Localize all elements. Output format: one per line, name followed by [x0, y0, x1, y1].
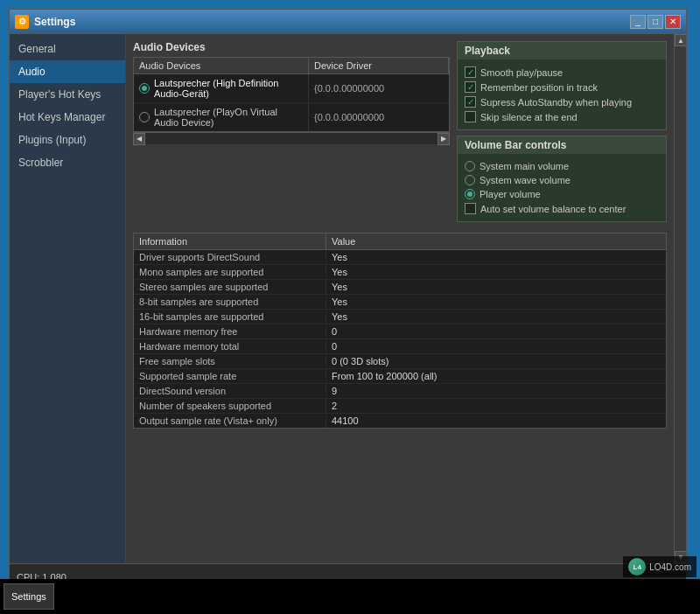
checkbox-supress-standby[interactable]: [465, 96, 476, 108]
titlebar-controls: _ □ ✕: [630, 15, 681, 29]
value-cell-2: Yes: [326, 280, 666, 294]
scroll-thumb[interactable]: [675, 46, 686, 551]
value-cell-1: Yes: [326, 265, 666, 279]
close-button[interactable]: ✕: [665, 15, 681, 29]
info-row-4: 16-bit samples are supported Yes: [134, 310, 666, 324]
playback-option-3[interactable]: Skip silence at the end: [465, 109, 659, 124]
info-row-6: Hardware memory total 0: [134, 339, 666, 354]
checkbox-auto-balance[interactable]: [465, 203, 476, 214]
info-cell-7: Free sample slots: [134, 354, 326, 368]
lo4d-text: LO4D.com: [649, 562, 691, 572]
device-row-2[interactable]: Lautsprecher (PlayOn Virtual Audio Devic…: [134, 103, 449, 131]
checkbox-remember-pos[interactable]: [465, 81, 476, 93]
playback-label-2: Supress AutoStandby when playing: [480, 97, 632, 108]
value-cell-0: Yes: [326, 250, 666, 264]
scroll-left-btn[interactable]: ◀: [133, 133, 145, 145]
sidebar-item-hot-keys-manager[interactable]: Hot Keys Manager: [10, 106, 125, 129]
window-icon: ⚙: [15, 15, 29, 29]
taskbar-item[interactable]: Settings: [4, 583, 54, 610]
info-cell-2: Stereo samples are supported: [134, 280, 326, 294]
playback-label-1: Remember position in track: [480, 82, 598, 93]
titlebar-left: ⚙ Settings: [15, 15, 75, 29]
scroll-track[interactable]: [145, 133, 438, 144]
volume-title: Volume Bar controls: [458, 136, 666, 154]
volume-label-3: Auto set volume balance to center: [480, 204, 626, 214]
info-table-header: Information Value: [134, 234, 666, 250]
volume-label-2: Player volume: [480, 189, 541, 199]
value-cell-10: 2: [326, 399, 666, 413]
info-table: Information Value Driver supports Direct…: [133, 233, 667, 429]
col-info: Information: [134, 234, 326, 249]
radio-device-2[interactable]: [139, 112, 150, 122]
maximize-button[interactable]: □: [648, 15, 663, 29]
top-content-row: Audio Devices Audio Devices Device Drive…: [126, 34, 674, 226]
radio-player-volume[interactable]: [465, 189, 475, 199]
value-cell-4: Yes: [326, 310, 666, 324]
playback-title: Playback: [458, 42, 666, 59]
info-cell-4: 16-bit samples are supported: [134, 310, 326, 324]
info-row-9: DirectSound version 9: [134, 384, 666, 399]
horizontal-scrollbar: ◀ ▶: [133, 132, 450, 144]
info-row-11: Output sample rate (Vista+ only) 44100: [134, 414, 666, 428]
volume-option-0[interactable]: System main volume: [465, 159, 659, 173]
playback-label-3: Skip silence at the end: [480, 112, 578, 122]
devices-table: Audio Devices Device Driver Lautsprecher…: [133, 57, 450, 132]
radio-system-wave[interactable]: [465, 175, 475, 185]
titlebar: ⚙ Settings _ □ ✕: [10, 10, 686, 34]
sidebar: General Audio Player's Hot Keys Hot Keys…: [10, 34, 126, 563]
sidebar-item-plugins-input[interactable]: Plugins (Input): [10, 129, 125, 151]
lo4d-watermark: L4 LO4D.com: [623, 556, 696, 577]
scroll-right-btn[interactable]: ▶: [438, 133, 450, 145]
device-name-1: Lautsprecher (High Definition Audio-Gerä…: [134, 74, 309, 102]
value-cell-9: 9: [326, 384, 666, 398]
value-cell-8: From 100 to 200000 (all): [326, 369, 666, 383]
playback-section: Playback Smooth play/pause Remember posi…: [457, 41, 667, 222]
info-cell-10: Number of speakers supported: [134, 399, 326, 413]
device-driver-2: {0.0.0.00000000: [309, 108, 449, 126]
info-cell-8: Supported sample rate: [134, 369, 326, 383]
checkbox-skip-silence[interactable]: [465, 111, 476, 122]
settings-window: ⚙ Settings _ □ ✕ General Audio Player's …: [9, 9, 687, 590]
playback-option-0[interactable]: Smooth play/pause: [465, 65, 659, 80]
playback-option-1[interactable]: Remember position in track: [465, 80, 659, 94]
radio-system-main[interactable]: [465, 161, 475, 171]
window-title: Settings: [34, 16, 75, 28]
info-cell-6: Hardware memory total: [134, 339, 326, 353]
scroll-up-btn[interactable]: ▲: [675, 34, 686, 46]
sidebar-item-general[interactable]: General: [10, 38, 125, 60]
info-cell-1: Mono samples are supported: [134, 265, 326, 279]
info-row-5: Hardware memory free 0: [134, 324, 666, 339]
info-cell-9: DirectSound version: [134, 384, 326, 398]
checkbox-smooth-play[interactable]: [465, 66, 476, 78]
col-device-driver: Device Driver: [309, 58, 449, 73]
info-cell-5: Hardware memory free: [134, 324, 326, 338]
volume-label-1: System wave volume: [480, 175, 570, 185]
audio-devices-title: Audio Devices: [133, 41, 450, 53]
value-cell-3: Yes: [326, 295, 666, 309]
info-row-2: Stereo samples are supported Yes: [134, 280, 666, 295]
minimize-button[interactable]: _: [630, 15, 646, 29]
volume-option-3[interactable]: Auto set volume balance to center: [465, 201, 659, 216]
volume-section: Volume Bar controls System main volume S…: [457, 136, 667, 222]
volume-option-2[interactable]: Player volume: [465, 187, 659, 201]
devices-section: Audio Devices Audio Devices Device Drive…: [133, 41, 450, 222]
playback-option-2[interactable]: Supress AutoStandby when playing: [465, 94, 659, 109]
info-cell-0: Driver supports DirectSound: [134, 250, 326, 264]
volume-label-0: System main volume: [480, 161, 569, 171]
info-cell-11: Output sample rate (Vista+ only): [134, 414, 326, 428]
info-cell-3: 8-bit samples are supported: [134, 295, 326, 309]
volume-options: System main volume System wave volume Pl…: [458, 154, 666, 221]
info-section: Information Value Driver supports Direct…: [126, 226, 674, 563]
right-scrollbar: ▲ ▼: [674, 34, 686, 563]
col-value: Value: [326, 234, 666, 249]
sidebar-item-players-hot-keys[interactable]: Player's Hot Keys: [10, 83, 125, 106]
window-body: General Audio Player's Hot Keys Hot Keys…: [10, 34, 686, 563]
sidebar-item-audio[interactable]: Audio: [10, 60, 125, 83]
volume-option-1[interactable]: System wave volume: [465, 173, 659, 187]
sidebar-item-scrobbler[interactable]: Scrobbler: [10, 151, 125, 174]
taskbar: Settings: [0, 579, 700, 614]
device-row-1[interactable]: Lautsprecher (High Definition Audio-Gerä…: [134, 74, 449, 103]
value-cell-7: 0 (0 3D slots): [326, 354, 666, 368]
device-name-2: Lautsprecher (PlayOn Virtual Audio Devic…: [134, 103, 309, 131]
radio-device-1[interactable]: [139, 83, 150, 94]
